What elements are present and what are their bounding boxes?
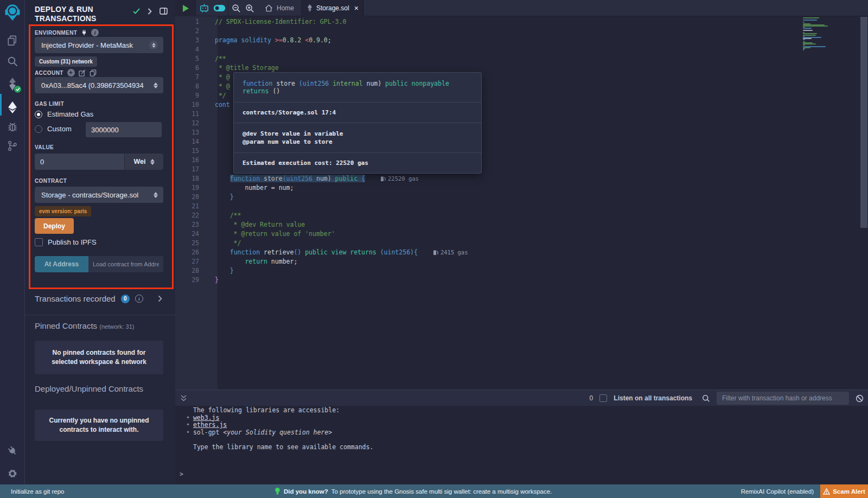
- tab-storage-sol[interactable]: Storage.sol ×: [302, 0, 364, 16]
- deploy-run-icon[interactable]: [0, 98, 24, 117]
- plug-icon[interactable]: [81, 29, 87, 36]
- editor-minimap[interactable]: [802, 17, 859, 126]
- line-number[interactable]: 17: [175, 165, 199, 174]
- zoom-in-icon[interactable]: [242, 0, 257, 16]
- estimated-gas-radio-row[interactable]: Estimated Gas: [35, 110, 93, 118]
- code-editor[interactable]: 1// SPDX-License-Identifier: GPL-3.023pr…: [175, 16, 868, 390]
- environment-info-icon[interactable]: i: [91, 29, 99, 36]
- line-number[interactable]: 19: [175, 183, 199, 193]
- line-number[interactable]: 9: [175, 91, 199, 100]
- code-line[interactable]: 28 }: [175, 266, 868, 276]
- scam-alert-button[interactable]: Scam Alert: [820, 484, 868, 498]
- code-line[interactable]: 19 number = num;: [175, 183, 868, 193]
- tab-home[interactable]: Home: [259, 0, 299, 16]
- code-line[interactable]: 4: [175, 45, 868, 54]
- code-line[interactable]: 3pragma solidity >=0.8.2 <0.9.0;: [175, 36, 868, 45]
- line-number[interactable]: 3: [175, 36, 199, 45]
- pin-panel-icon[interactable]: [159, 8, 168, 15]
- code-line[interactable]: 21: [175, 202, 868, 211]
- remix-logo-icon[interactable]: [0, 3, 24, 23]
- line-number[interactable]: 26: [175, 248, 199, 257]
- line-number[interactable]: 10: [175, 100, 199, 110]
- add-account-icon[interactable]: +: [67, 69, 75, 76]
- listen-all-transactions-checkbox[interactable]: [599, 394, 607, 402]
- line-number[interactable]: 13: [175, 128, 199, 137]
- environment-select[interactable]: Injected Provider - MetaMask: [35, 37, 163, 53]
- line-number[interactable]: 4: [175, 45, 199, 54]
- line-number[interactable]: 22: [175, 211, 199, 220]
- line-number[interactable]: 18: [175, 174, 199, 183]
- line-number[interactable]: 16: [175, 156, 199, 165]
- custom-gas-radio[interactable]: [35, 125, 42, 133]
- line-number[interactable]: 7: [175, 73, 199, 82]
- git-init-status[interactable]: Initialize as git repo: [11, 484, 64, 498]
- line-number[interactable]: 14: [175, 137, 199, 146]
- line-number[interactable]: 5: [175, 54, 199, 63]
- line-number[interactable]: 29: [175, 276, 199, 285]
- line-number[interactable]: 2: [175, 27, 199, 36]
- run-script-button[interactable]: [175, 0, 195, 16]
- copilot-status[interactable]: RemixAI Copilot (enabled): [741, 484, 814, 498]
- git-icon[interactable]: [0, 136, 24, 156]
- transactions-expand-icon[interactable]: [158, 295, 162, 302]
- remix-ai-icon[interactable]: [197, 0, 211, 16]
- plugin-manager-icon[interactable]: [0, 441, 24, 461]
- line-number[interactable]: 8: [175, 82, 199, 91]
- transactions-info-icon[interactable]: i: [135, 295, 143, 303]
- zoom-out-icon[interactable]: [229, 0, 243, 16]
- line-number[interactable]: 15: [175, 146, 199, 156]
- code-line[interactable]: 6 * @title Storage: [175, 63, 868, 73]
- line-number[interactable]: 28: [175, 266, 199, 276]
- code-line[interactable]: 2: [175, 27, 868, 36]
- search-icon[interactable]: [0, 52, 24, 71]
- line-number[interactable]: 6: [175, 63, 199, 73]
- solidity-compiler-icon[interactable]: [0, 74, 24, 94]
- code-line[interactable]: 29}: [175, 276, 868, 285]
- transaction-filter-input[interactable]: [717, 392, 849, 405]
- line-number[interactable]: 23: [175, 220, 199, 229]
- code-line[interactable]: 5/**: [175, 54, 868, 63]
- edit-account-icon[interactable]: [79, 69, 86, 76]
- contract-select[interactable]: Storage - contracts/Storage.sol: [35, 187, 163, 203]
- collapse-terminal-icon[interactable]: [181, 395, 187, 401]
- line-number[interactable]: 21: [175, 202, 199, 211]
- code-line[interactable]: 27 return number;: [175, 257, 868, 266]
- line-number[interactable]: 27: [175, 257, 199, 266]
- code-line[interactable]: 26 function retrieve() public view retur…: [175, 248, 868, 257]
- line-number[interactable]: 25: [175, 239, 199, 248]
- line-number[interactable]: 20: [175, 193, 199, 202]
- copy-account-icon[interactable]: [90, 69, 97, 76]
- estimated-gas-radio[interactable]: [35, 111, 42, 118]
- code-line[interactable]: 22 /**: [175, 211, 868, 220]
- editor-scrollbar[interactable]: [860, 17, 867, 228]
- chevron-right-icon[interactable]: [148, 8, 152, 15]
- code-line[interactable]: 25 */: [175, 239, 868, 248]
- value-input[interactable]: [35, 154, 124, 170]
- code-line[interactable]: 18 function store(uint256 num) public {2…: [175, 174, 868, 183]
- account-select[interactable]: 0xA03...85ac4 (0.398673504934: [35, 77, 163, 93]
- publish-ipfs-checkbox[interactable]: [35, 238, 43, 246]
- value-unit-select[interactable]: Wei: [124, 154, 163, 170]
- custom-gas-input[interactable]: [86, 122, 162, 137]
- custom-gas-radio-row[interactable]: Custom: [35, 125, 72, 133]
- at-address-button[interactable]: At Address: [35, 256, 88, 272]
- terminal-prompt[interactable]: >: [180, 470, 183, 478]
- close-tab-icon[interactable]: ×: [354, 4, 359, 12]
- code-line[interactable]: 20 }: [175, 193, 868, 202]
- clear-terminal-icon[interactable]: [856, 394, 864, 403]
- web3js-link[interactable]: web3.js: [193, 414, 219, 422]
- file-explorer-icon[interactable]: [0, 30, 24, 50]
- code-line[interactable]: 24 * @return value of 'number': [175, 229, 868, 239]
- line-number[interactable]: 12: [175, 119, 199, 128]
- code-line[interactable]: 1// SPDX-License-Identifier: GPL-3.0: [175, 17, 868, 27]
- line-number[interactable]: 11: [175, 110, 199, 119]
- debugger-icon[interactable]: [0, 117, 24, 137]
- code-line[interactable]: 23 * @dev Return value: [175, 220, 868, 229]
- line-number[interactable]: 24: [175, 229, 199, 239]
- settings-gear-icon[interactable]: [0, 464, 24, 483]
- line-number[interactable]: 1: [175, 17, 199, 27]
- copilot-toggle-icon[interactable]: [211, 0, 227, 16]
- load-contract-address-input[interactable]: [88, 256, 163, 272]
- publish-ipfs-row[interactable]: Publish to IPFS: [35, 238, 97, 246]
- ethersjs-link[interactable]: ethers.js: [193, 421, 227, 429]
